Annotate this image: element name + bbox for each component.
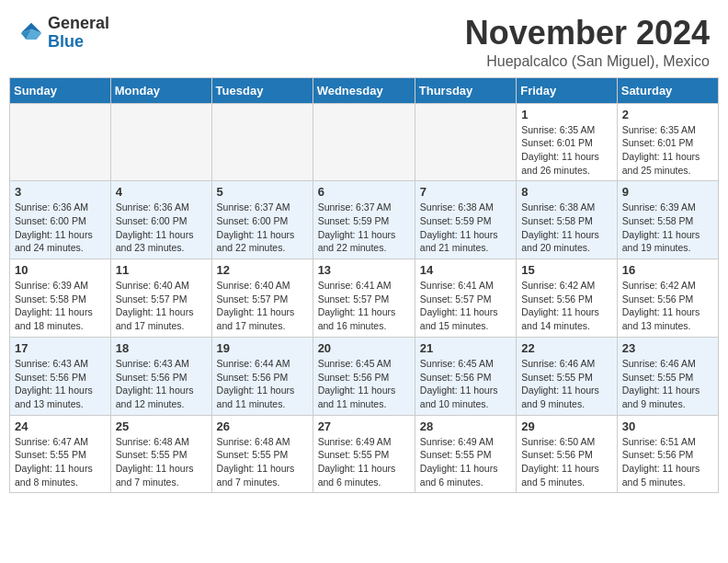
day-info: Sunrise: 6:41 AM Sunset: 5:57 PM Dayligh… bbox=[420, 279, 511, 333]
day-number: 2 bbox=[622, 108, 713, 121]
day-info: Sunrise: 6:39 AM Sunset: 5:58 PM Dayligh… bbox=[15, 279, 106, 333]
col-header-thursday: Thursday bbox=[415, 77, 516, 103]
day-number: 9 bbox=[622, 185, 713, 199]
day-cell: 10Sunrise: 6:39 AM Sunset: 5:58 PM Dayli… bbox=[10, 259, 111, 338]
calendar-table: SundayMondayTuesdayWednesdayThursdayFrid… bbox=[9, 77, 719, 494]
week-row-5: 24Sunrise: 6:47 AM Sunset: 5:55 PM Dayli… bbox=[10, 415, 719, 493]
day-info: Sunrise: 6:45 AM Sunset: 5:56 PM Dayligh… bbox=[420, 357, 511, 411]
title-block: November 2024 Huepalcalco (San Miguel), … bbox=[465, 15, 710, 70]
day-cell: 14Sunrise: 6:41 AM Sunset: 5:57 PM Dayli… bbox=[415, 259, 516, 338]
day-number: 11 bbox=[116, 263, 207, 277]
day-cell: 25Sunrise: 6:48 AM Sunset: 5:55 PM Dayli… bbox=[110, 415, 211, 493]
day-cell: 27Sunrise: 6:49 AM Sunset: 5:55 PM Dayli… bbox=[313, 415, 415, 493]
day-info: Sunrise: 6:39 AM Sunset: 5:58 PM Dayligh… bbox=[622, 201, 713, 255]
day-cell: 30Sunrise: 6:51 AM Sunset: 5:56 PM Dayli… bbox=[617, 415, 718, 493]
col-header-tuesday: Tuesday bbox=[211, 77, 313, 103]
week-row-1: 1Sunrise: 6:35 AM Sunset: 6:01 PM Daylig… bbox=[10, 103, 719, 181]
day-cell: 13Sunrise: 6:41 AM Sunset: 5:57 PM Dayli… bbox=[313, 259, 415, 338]
day-number: 4 bbox=[116, 185, 207, 199]
day-cell: 15Sunrise: 6:42 AM Sunset: 5:56 PM Dayli… bbox=[517, 259, 618, 338]
day-cell: 29Sunrise: 6:50 AM Sunset: 5:56 PM Dayli… bbox=[517, 415, 618, 493]
day-cell: 17Sunrise: 6:43 AM Sunset: 5:56 PM Dayli… bbox=[10, 337, 111, 415]
day-cell: 11Sunrise: 6:40 AM Sunset: 5:57 PM Dayli… bbox=[110, 259, 211, 338]
day-number: 14 bbox=[420, 263, 511, 277]
col-header-saturday: Saturday bbox=[617, 77, 718, 103]
day-info: Sunrise: 6:38 AM Sunset: 5:59 PM Dayligh… bbox=[420, 201, 511, 255]
page-header: General Blue November 2024 Huepalcalco (… bbox=[0, 0, 728, 77]
day-cell: 24Sunrise: 6:47 AM Sunset: 5:55 PM Dayli… bbox=[10, 415, 111, 493]
day-info: Sunrise: 6:50 AM Sunset: 5:56 PM Dayligh… bbox=[521, 435, 612, 489]
day-number: 7 bbox=[420, 185, 511, 199]
day-info: Sunrise: 6:48 AM Sunset: 5:55 PM Dayligh… bbox=[217, 435, 308, 489]
day-cell: 28Sunrise: 6:49 AM Sunset: 5:55 PM Dayli… bbox=[415, 415, 516, 493]
day-cell: 21Sunrise: 6:45 AM Sunset: 5:56 PM Dayli… bbox=[415, 337, 516, 415]
day-number: 6 bbox=[318, 185, 410, 199]
day-info: Sunrise: 6:49 AM Sunset: 5:55 PM Dayligh… bbox=[420, 435, 511, 489]
day-number: 24 bbox=[15, 419, 106, 433]
day-info: Sunrise: 6:48 AM Sunset: 5:55 PM Dayligh… bbox=[116, 435, 207, 489]
day-cell: 16Sunrise: 6:42 AM Sunset: 5:56 PM Dayli… bbox=[617, 259, 718, 338]
day-number: 21 bbox=[420, 341, 511, 355]
day-cell: 9Sunrise: 6:39 AM Sunset: 5:58 PM Daylig… bbox=[617, 181, 718, 259]
logo: General Blue bbox=[18, 15, 109, 52]
day-cell: 12Sunrise: 6:40 AM Sunset: 5:57 PM Dayli… bbox=[211, 259, 313, 338]
day-info: Sunrise: 6:40 AM Sunset: 5:57 PM Dayligh… bbox=[217, 279, 308, 333]
day-number: 25 bbox=[116, 419, 207, 433]
day-cell: 4Sunrise: 6:36 AM Sunset: 6:00 PM Daylig… bbox=[110, 181, 211, 259]
day-cell bbox=[211, 103, 313, 181]
day-number: 19 bbox=[217, 341, 308, 355]
day-cell: 2Sunrise: 6:35 AM Sunset: 6:01 PM Daylig… bbox=[617, 103, 718, 181]
day-info: Sunrise: 6:44 AM Sunset: 5:56 PM Dayligh… bbox=[217, 357, 308, 411]
day-cell: 7Sunrise: 6:38 AM Sunset: 5:59 PM Daylig… bbox=[415, 181, 516, 259]
day-cell bbox=[415, 103, 516, 181]
day-info: Sunrise: 6:35 AM Sunset: 6:01 PM Dayligh… bbox=[521, 123, 612, 178]
day-info: Sunrise: 6:51 AM Sunset: 5:56 PM Dayligh… bbox=[622, 435, 713, 489]
day-info: Sunrise: 6:47 AM Sunset: 5:55 PM Dayligh… bbox=[15, 435, 106, 489]
day-number: 28 bbox=[420, 419, 511, 433]
day-info: Sunrise: 6:36 AM Sunset: 6:00 PM Dayligh… bbox=[15, 201, 106, 255]
day-info: Sunrise: 6:37 AM Sunset: 6:00 PM Dayligh… bbox=[217, 201, 308, 255]
day-cell: 6Sunrise: 6:37 AM Sunset: 5:59 PM Daylig… bbox=[313, 181, 415, 259]
day-number: 8 bbox=[521, 185, 612, 199]
day-number: 10 bbox=[15, 263, 106, 277]
location-title: Huepalcalco (San Miguel), Mexico bbox=[465, 53, 710, 70]
day-info: Sunrise: 6:45 AM Sunset: 5:56 PM Dayligh… bbox=[318, 357, 410, 411]
logo-general: General bbox=[48, 15, 109, 33]
day-cell: 19Sunrise: 6:44 AM Sunset: 5:56 PM Dayli… bbox=[211, 337, 313, 415]
col-header-sunday: Sunday bbox=[10, 77, 111, 103]
day-cell bbox=[10, 103, 111, 181]
header-row: SundayMondayTuesdayWednesdayThursdayFrid… bbox=[10, 77, 719, 103]
col-header-wednesday: Wednesday bbox=[313, 77, 415, 103]
day-info: Sunrise: 6:40 AM Sunset: 5:57 PM Dayligh… bbox=[116, 279, 207, 333]
day-info: Sunrise: 6:41 AM Sunset: 5:57 PM Dayligh… bbox=[318, 279, 410, 333]
day-number: 30 bbox=[622, 419, 713, 433]
col-header-monday: Monday bbox=[110, 77, 211, 103]
month-title: November 2024 bbox=[465, 15, 710, 52]
day-info: Sunrise: 6:35 AM Sunset: 6:01 PM Dayligh… bbox=[622, 123, 713, 178]
logo-blue: Blue bbox=[48, 33, 109, 52]
col-header-friday: Friday bbox=[517, 77, 618, 103]
week-row-3: 10Sunrise: 6:39 AM Sunset: 5:58 PM Dayli… bbox=[10, 259, 719, 338]
day-cell bbox=[110, 103, 211, 181]
day-number: 15 bbox=[521, 263, 612, 277]
day-number: 5 bbox=[217, 185, 308, 199]
day-number: 1 bbox=[521, 108, 612, 121]
day-info: Sunrise: 6:46 AM Sunset: 5:55 PM Dayligh… bbox=[622, 357, 713, 411]
logo-icon bbox=[18, 20, 44, 46]
calendar-wrapper: SundayMondayTuesdayWednesdayThursdayFrid… bbox=[0, 77, 728, 503]
day-info: Sunrise: 6:36 AM Sunset: 6:00 PM Dayligh… bbox=[116, 201, 207, 255]
day-cell: 1Sunrise: 6:35 AM Sunset: 6:01 PM Daylig… bbox=[517, 103, 618, 181]
day-cell: 26Sunrise: 6:48 AM Sunset: 5:55 PM Dayli… bbox=[211, 415, 313, 493]
day-info: Sunrise: 6:42 AM Sunset: 5:56 PM Dayligh… bbox=[521, 279, 612, 333]
day-info: Sunrise: 6:43 AM Sunset: 5:56 PM Dayligh… bbox=[15, 357, 106, 411]
day-number: 12 bbox=[217, 263, 308, 277]
day-cell: 3Sunrise: 6:36 AM Sunset: 6:00 PM Daylig… bbox=[10, 181, 111, 259]
day-number: 22 bbox=[521, 341, 612, 355]
day-cell: 8Sunrise: 6:38 AM Sunset: 5:58 PM Daylig… bbox=[517, 181, 618, 259]
day-cell bbox=[313, 103, 415, 181]
day-number: 26 bbox=[217, 419, 308, 433]
day-number: 29 bbox=[521, 419, 612, 433]
day-cell: 22Sunrise: 6:46 AM Sunset: 5:55 PM Dayli… bbox=[517, 337, 618, 415]
day-info: Sunrise: 6:42 AM Sunset: 5:56 PM Dayligh… bbox=[622, 279, 713, 333]
day-info: Sunrise: 6:49 AM Sunset: 5:55 PM Dayligh… bbox=[318, 435, 410, 489]
